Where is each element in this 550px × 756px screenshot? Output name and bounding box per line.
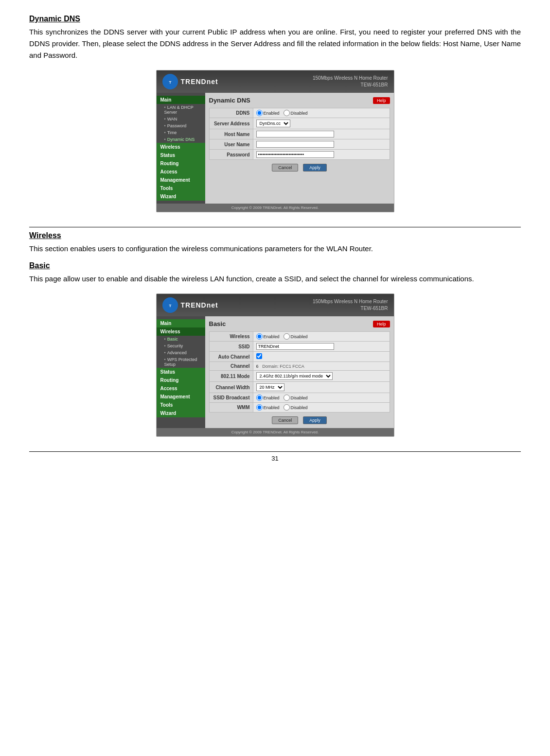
ddns-disabled-label[interactable]: Disabled [284, 110, 308, 116]
sidebar-wan-1[interactable]: •WAN [157, 116, 205, 122]
mode-row: 802.11 Mode 2.4Ghz 802.11b/g/n mixed mod… [209, 371, 390, 382]
svg-text:T: T [169, 80, 171, 85]
content-title-bar-2: Basic Help [209, 320, 390, 327]
server-address-row: Server Address DynDns.cc [209, 118, 390, 129]
host-name-label: Host Name [209, 129, 253, 139]
sidebar-status-title-1[interactable]: Status [157, 151, 205, 159]
ssid-input[interactable] [256, 343, 334, 350]
mode-cell: 2.4Ghz 802.11b/g/n mixed mode [253, 371, 390, 382]
sidebar-group-main-2: Main [157, 319, 205, 327]
page-number: 31 [29, 451, 521, 462]
trendnet-icon-1: T [162, 74, 178, 89]
sidebar-group-wireless-1: Wireless [157, 143, 205, 151]
ssid-broadcast-disabled-label[interactable]: Disabled [284, 395, 308, 401]
ddns-apply-button[interactable]: Apply [303, 164, 327, 172]
ddns-form-table: DDNS Enabled Disabled [209, 108, 390, 160]
host-name-row: Host Name [209, 129, 390, 139]
wireless-title: Wireless [29, 231, 521, 240]
channel-cell: 6 Domain: FCC1 FCCA [253, 362, 390, 371]
basic-cancel-button[interactable]: Cancel [272, 416, 298, 424]
ssid-broadcast-enabled-radio[interactable] [256, 395, 263, 401]
trendnet-icon-2: T [162, 297, 178, 313]
trendnet-logo-text-1: TRENDnet [181, 78, 218, 86]
sidebar-main-title-2[interactable]: Main [157, 319, 205, 327]
router-header-1: T TRENDnet 150Mbps Wireless N Home Route… [157, 70, 394, 93]
sidebar-group-main-1: Main •LAN & DHCP Server •WAN •Password •… [157, 96, 205, 143]
sidebar-group-management-1: Management [157, 176, 205, 184]
router-footer-2: Copyright © 2009 TRENDnet. All Rights Re… [157, 428, 394, 436]
ddns-row: DDNS Enabled Disabled [209, 108, 390, 118]
wmm-disabled-radio[interactable] [284, 404, 290, 411]
sidebar-routing-title-2[interactable]: Routing [157, 376, 205, 384]
basic-apply-button[interactable]: Apply [303, 416, 327, 424]
sidebar-status-title-2[interactable]: Status [157, 368, 205, 376]
wmm-radio-group: Enabled Disabled [256, 404, 387, 411]
sidebar-group-tools-2: Tools [157, 401, 205, 409]
host-name-input[interactable] [256, 131, 334, 137]
wireless-section: Wireless This section enables users to c… [29, 231, 521, 437]
wmm-enabled-radio[interactable] [256, 404, 263, 411]
ssid-broadcast-disabled-radio[interactable] [284, 395, 290, 401]
sidebar-group-wizard-2: Wizard [157, 409, 205, 417]
ssid-broadcast-radio-group: Enabled Disabled [256, 395, 387, 401]
ddns-disabled-radio[interactable] [284, 110, 290, 116]
ssid-cell [253, 342, 390, 352]
sidebar-advanced-2[interactable]: •Advanced [157, 349, 205, 356]
password-input[interactable] [256, 151, 334, 158]
basic-form-table: Wireless Enabled Disabled [209, 331, 390, 412]
wmm-disabled-label[interactable]: Disabled [284, 404, 308, 411]
sidebar-wizard-title-1[interactable]: Wizard [157, 192, 205, 201]
wireless-disabled-label[interactable]: Disabled [284, 333, 308, 340]
sidebar-group-access-1: Access [157, 168, 205, 176]
server-address-select[interactable]: DynDns.cc [256, 120, 290, 127]
mode-label: 802.11 Mode [209, 371, 253, 382]
sidebar-dynamic-dns-1[interactable]: •Dynamic DNS [157, 136, 205, 143]
user-name-input[interactable] [256, 141, 334, 148]
sidebar-management-title-1[interactable]: Management [157, 176, 205, 184]
sidebar-tools-title-1[interactable]: Tools [157, 184, 205, 192]
wireless-enabled-label[interactable]: Enabled [256, 333, 280, 340]
sidebar-lan-1[interactable]: •LAN & DHCP Server [157, 104, 205, 116]
sidebar-main-title-1[interactable]: Main [157, 96, 205, 104]
sidebar-security-2[interactable]: •Security [157, 343, 205, 349]
width-select[interactable]: 20 MHz [256, 383, 284, 391]
sidebar-group-wireless-2: Wireless •Basic •Security •Advanced •WPS… [157, 327, 205, 368]
ddns-enabled-label[interactable]: Enabled [256, 110, 280, 116]
sidebar-tools-title-2[interactable]: Tools [157, 401, 205, 409]
auto-channel-label: Auto Channel [209, 352, 253, 362]
channel-row: Channel 6 Domain: FCC1 FCCA [209, 362, 390, 371]
auto-channel-checkbox[interactable] [256, 353, 262, 359]
sidebar-wps-2[interactable]: •WPS Protected Setup [157, 356, 205, 368]
sidebar-routing-title-1[interactable]: Routing [157, 159, 205, 168]
wireless-enabled-radio[interactable] [256, 333, 263, 340]
sidebar-time-1[interactable]: •Time [157, 129, 205, 136]
help-button-2[interactable]: Help [373, 321, 390, 327]
channel-domain: Domain: FCC1 FCCA [262, 364, 304, 369]
auto-channel-row: Auto Channel [209, 352, 390, 362]
auto-channel-cell [253, 352, 390, 362]
sidebar-basic-2[interactable]: •Basic [157, 336, 205, 343]
router-header-2: T TRENDnet 150Mbps Wireless N Home Route… [157, 294, 394, 316]
mode-select[interactable]: 2.4Ghz 802.11b/g/n mixed mode [256, 372, 333, 380]
content-title-1: Dynamic DNS [209, 97, 250, 104]
sidebar-password-1[interactable]: •Password [157, 122, 205, 129]
sidebar-access-title-1[interactable]: Access [157, 168, 205, 176]
sidebar-management-title-2[interactable]: Management [157, 393, 205, 401]
sidebar-wireless-title-1[interactable]: Wireless [157, 143, 205, 151]
divider-1 [29, 227, 521, 227]
ddns-radio-cell: Enabled Disabled [253, 108, 390, 118]
sidebar-access-title-2[interactable]: Access [157, 384, 205, 393]
channel-label: Channel [209, 362, 253, 371]
router-model-2: 150Mbps Wireless N Home Router TEW-651BR [313, 298, 388, 312]
sidebar-wizard-title-2[interactable]: Wizard [157, 409, 205, 417]
channel-value: 6 [256, 364, 261, 369]
help-button-1[interactable]: Help [373, 97, 390, 104]
sidebar-wireless-title-2[interactable]: Wireless [157, 327, 205, 336]
ddns-cancel-button[interactable]: Cancel [272, 164, 298, 172]
sidebar-group-routing-2: Routing [157, 376, 205, 384]
wmm-enabled-label[interactable]: Enabled [256, 404, 280, 411]
ddns-enabled-radio[interactable] [256, 110, 263, 116]
wireless-disabled-radio[interactable] [284, 333, 290, 340]
ssid-broadcast-cell: Enabled Disabled [253, 393, 390, 403]
ssid-broadcast-enabled-label[interactable]: Enabled [256, 395, 280, 401]
